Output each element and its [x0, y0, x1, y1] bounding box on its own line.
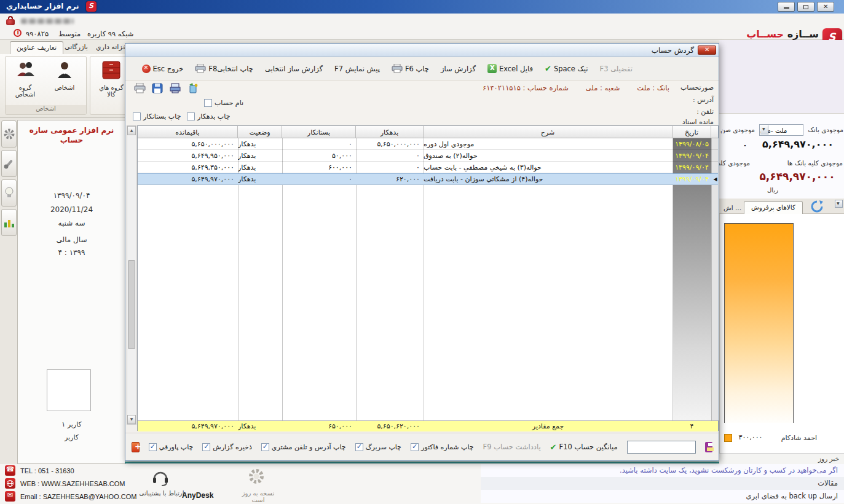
- header-debit[interactable]: بدهکار: [356, 126, 424, 138]
- articles-link[interactable]: مقالات: [481, 477, 844, 490]
- check-icon: [550, 443, 557, 452]
- note-f9-button[interactable]: یادداشت حساب F9: [483, 443, 541, 451]
- table-row[interactable]: ۵,۶۴۹,۳۵۰,۰۰۰ بدهکار ۶۰۰,۰۰۰ ۰ حواله(۳) …: [138, 162, 718, 173]
- goods-groups-button[interactable]: گروه هاي کالا: [94, 60, 128, 98]
- lightbulb-icon: [3, 186, 15, 200]
- checkbox-icon[interactable]: [133, 112, 141, 120]
- close-button[interactable]: [817, 2, 834, 12]
- average-input[interactable]: [627, 441, 696, 454]
- cash-balance-value-cut: ۰: [740, 141, 750, 149]
- chevron-down-icon[interactable]: [760, 125, 768, 135]
- tick-space-button[interactable]: تیک Space: [545, 64, 588, 73]
- print-f6-button[interactable]: چاپ F6: [392, 64, 429, 73]
- table-row[interactable]: ۵,۶۴۹,۹۵۰,۰۰۰ بدهکار ۵۰,۰۰۰ ۰ حواله(۲) ب…: [138, 150, 718, 162]
- settings-strip-button[interactable]: [1, 120, 17, 148]
- tips-strip-button[interactable]: [1, 179, 17, 207]
- selective-print-f8-button[interactable]: چاپ انتخابیF8: [195, 64, 253, 73]
- minimize-button[interactable]: [778, 2, 795, 12]
- support-label[interactable]: ارتباط با پشتیبانی: [136, 490, 187, 497]
- backup-link[interactable]: ارسال back up به فضای ابری: [481, 490, 844, 503]
- checkbox-checked-icon[interactable]: [411, 443, 419, 451]
- sidebar-date-gregorian: 2020/11/24: [18, 205, 125, 214]
- checkbox-checked-icon[interactable]: [149, 443, 157, 451]
- report-builder-button[interactable]: گزارش ساز: [441, 65, 476, 73]
- dialog-close-button[interactable]: [698, 45, 716, 55]
- sidebar-date-persian: ۱۳۹۹/۰۹/۰۴: [18, 191, 125, 200]
- gear-icon: [3, 128, 15, 140]
- footer-email[interactable]: Email : SAZEHHESAB@YAHOO.COM: [20, 493, 136, 500]
- app-logo-icon: [86, 1, 97, 12]
- header-date[interactable]: تاریخ: [672, 126, 711, 138]
- bank-name: بانک : ملت: [637, 84, 669, 92]
- detail-f3-button[interactable]: تفضیلی F3: [600, 65, 633, 73]
- footer-web[interactable]: WEB : WWW.SAZEHHESAB.COM: [20, 480, 125, 487]
- legend-value: ۳۰۰,۰۰۰: [735, 433, 767, 441]
- checkbox-icon[interactable]: [204, 99, 212, 107]
- tabs-dropdown-button[interactable]: [835, 200, 843, 208]
- option-account-name[interactable]: نام حساب: [204, 99, 243, 107]
- news-item[interactable]: اگر می‌خواهید در کسب و کارتان ورشکست نشو…: [481, 464, 844, 477]
- checkbox-icon[interactable]: [187, 112, 195, 120]
- cb-print-footer[interactable]: چاپ پاورقي: [149, 443, 193, 451]
- chart-money-icon: [3, 216, 15, 229]
- tab-bestsellers[interactable]: کالاهای پرفروش: [744, 201, 803, 214]
- header-balance[interactable]: باقیمانده: [138, 126, 238, 138]
- exit-esc-button[interactable]: خروج Esc: [142, 65, 184, 73]
- app-header: ۹۹۰۸۲۵ متوسط شبکه ۹۹ کاربره ســازه حســا…: [0, 14, 844, 40]
- tab-commerce[interactable]: بازرگانی: [58, 41, 94, 54]
- cash-balance-label-cut: موجودی صن: [720, 126, 755, 133]
- sidebar-app-title: نرم افزار عمومی سازه حساب: [18, 125, 125, 145]
- grid-vertical-scrollbar[interactable]: [127, 125, 136, 425]
- totals-label: جمع مقادیر: [424, 421, 672, 431]
- plan-level: متوسط: [58, 30, 81, 38]
- excel-icon: [487, 64, 497, 73]
- table-row-selected[interactable]: ۵,۶۴۹,۹۷۰,۰۰۰ بدهکار ۰ ۶۲۰,۰۰۰ حواله(۴) …: [138, 173, 718, 185]
- total-count: ۴: [672, 421, 711, 431]
- headset-icon[interactable]: [152, 468, 169, 486]
- person-groups-button[interactable]: گروه اشخاص: [8, 60, 42, 98]
- cb-print-address[interactable]: چاپ آدرس و تلفن مشتري: [261, 443, 346, 451]
- checkbox-checked-icon[interactable]: [355, 443, 363, 451]
- scroll-down-arrow[interactable]: [127, 415, 136, 424]
- tab-partial-text[interactable]: ... اش: [720, 204, 741, 211]
- update-status-label: نسخه به روز است: [237, 490, 280, 503]
- excel-export-button[interactable]: فایل Excel: [487, 64, 533, 73]
- scroll-up-arrow[interactable]: [127, 126, 136, 135]
- option-print-debit[interactable]: چاپ بدهکار: [187, 112, 230, 120]
- save-icon[interactable]: [152, 83, 164, 93]
- option-print-credit[interactable]: چاپ بستانکار: [133, 112, 181, 120]
- scroll-thumb[interactable]: [128, 260, 135, 349]
- printer-icon[interactable]: [134, 83, 146, 93]
- cb-print-invoice-no[interactable]: چاپ شماره فاکتور: [411, 443, 474, 451]
- total-balance: ۵,۶۴۹,۹۷۰,۰۰۰: [138, 421, 238, 431]
- table-row[interactable]: ۵,۶۵۰,۰۰۰,۰۰۰ بدهکار ۰ ۵,۶۵۰,۰۰۰,۰۰۰ موج…: [138, 138, 718, 150]
- news-title: خبر روز: [719, 453, 844, 464]
- checkbox-checked-icon[interactable]: [261, 443, 269, 451]
- header-description[interactable]: شرح: [424, 126, 672, 138]
- reports-strip-button[interactable]: [1, 209, 17, 236]
- maximize-button[interactable]: [797, 2, 814, 12]
- transactions-grid: باقیمانده وضعیت بستانکار بدهکار شرح تاری…: [137, 125, 719, 431]
- save-note-icon[interactable]: [705, 442, 712, 452]
- option-account-name-label: نام حساب: [215, 99, 243, 107]
- checkbox-checked-icon[interactable]: [202, 443, 210, 451]
- header-credit[interactable]: بستانکار: [282, 126, 356, 138]
- tools-strip-button[interactable]: [1, 150, 17, 177]
- refresh-icon[interactable]: [810, 200, 824, 213]
- info-icon[interactable]: [14, 29, 22, 37]
- header-status[interactable]: وضعیت: [238, 126, 282, 138]
- cb-print-letterhead[interactable]: چاپ سربرگ: [355, 443, 401, 451]
- people-group-icon: [15, 60, 36, 81]
- selected-row-marker-icon: [711, 174, 719, 184]
- tab-definitions[interactable]: تعاریف عناوین: [10, 41, 63, 54]
- persons-button[interactable]: اشخاص: [47, 60, 82, 91]
- add-button[interactable]: [132, 442, 140, 452]
- selective-report-button[interactable]: گزارش ساز انتخابی: [265, 65, 323, 73]
- bank-select[interactable]: ملت -ملی: [759, 124, 803, 136]
- anydesk-label[interactable]: AnyDesk: [182, 491, 213, 500]
- preview-f7-button[interactable]: پیش نمایش F7: [334, 65, 380, 73]
- paste-refresh-icon[interactable]: [187, 83, 199, 93]
- cb-save-report[interactable]: ذخیره گزارش: [202, 443, 251, 451]
- fax-print-icon[interactable]: [170, 83, 181, 93]
- average-f10-button[interactable]: میانگین حساب F10: [550, 443, 618, 452]
